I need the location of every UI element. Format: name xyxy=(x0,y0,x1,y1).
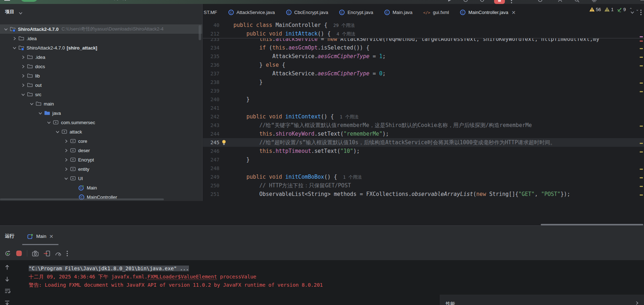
stripe-mark[interactable] xyxy=(640,126,643,127)
chevron-down-icon[interactable] xyxy=(38,111,42,115)
more-vertical-icon[interactable] xyxy=(511,0,512,4)
tree-item-main[interactable]: CMain xyxy=(0,183,202,192)
line-number[interactable]: 246 xyxy=(203,147,219,155)
chevron-right-icon[interactable] xyxy=(64,158,68,162)
line-number[interactable]: 233 xyxy=(203,38,219,43)
error-stripe[interactable] xyxy=(639,21,644,225)
tree-vertical-scrollbar[interactable] xyxy=(199,25,201,40)
code-editor[interactable]: 40public class MainController { 29 个用法21… xyxy=(203,21,644,225)
line-number[interactable]: 237 xyxy=(203,69,219,78)
chevron-right-icon[interactable] xyxy=(21,74,25,78)
tree-item-src[interactable]: src xyxy=(0,90,202,99)
code-line-212[interactable]: 212 public void initAttack() { 4 个用法 xyxy=(203,29,644,38)
chevron-right-icon[interactable] xyxy=(21,65,25,69)
main-menu-icon[interactable] xyxy=(4,0,10,0)
code-line-248[interactable]: 248 xyxy=(203,164,644,173)
tree-item-deser[interactable]: deser xyxy=(0,146,202,155)
line-number[interactable]: 243 xyxy=(203,121,219,130)
close-icon[interactable]: ✕ xyxy=(511,10,516,15)
minimize-icon[interactable] xyxy=(640,0,644,2)
code-line-251[interactable]: 251 ObservableList<String> methods = FXC… xyxy=(203,190,644,198)
stripe-mark[interactable] xyxy=(640,41,643,42)
code-line-242[interactable]: 242 public void initContext() { 1 个用法 xyxy=(203,112,644,121)
line-number[interactable]: 239 xyxy=(203,86,219,95)
arrow-down-icon[interactable] xyxy=(4,276,10,282)
line-number[interactable]: 238 xyxy=(203,78,219,86)
code-line-241[interactable]: 241 xyxy=(203,104,644,112)
code-line-249[interactable]: 249 public void initComBoBox() { 1 个用法 xyxy=(203,173,644,181)
run-tab-main[interactable]: Main ✕ xyxy=(22,229,58,245)
tree-item-shiroattack2-4.7.0[interactable]: ShiroAttack2-4.7.0[shiro_attack] xyxy=(0,43,202,52)
chevron-right-icon[interactable] xyxy=(64,149,68,152)
code-line-238[interactable]: 238 } xyxy=(203,78,644,86)
performance-header[interactable]: 性能 xyxy=(440,295,644,305)
chevron-right-icon[interactable] xyxy=(64,139,68,143)
line-number[interactable]: 251 xyxy=(203,190,219,198)
line-number[interactable]: 248 xyxy=(203,164,219,173)
stripe-mark[interactable] xyxy=(640,48,643,49)
close-icon[interactable]: ✕ xyxy=(49,234,53,239)
code-line-247[interactable]: 247 } xyxy=(203,155,644,164)
line-number[interactable]: 40 xyxy=(203,21,219,29)
code-line-237[interactable]: 237 AttackService.aesGcmCipherType = 0; xyxy=(203,69,644,78)
chevron-right-icon[interactable] xyxy=(21,83,25,87)
code-line-243[interactable]: 243 //给“关键字”输入框设置默认值rememberMe，这是Shiro默认… xyxy=(203,121,644,130)
code-line-40[interactable]: 40public class MainController { 29 个用法 xyxy=(203,21,644,29)
stripe-mark[interactable] xyxy=(640,194,643,196)
profiler-gauge-icon[interactable] xyxy=(55,250,62,256)
attach-icon[interactable] xyxy=(43,250,50,257)
tree-item-core[interactable]: core xyxy=(0,136,202,146)
profiler-icon[interactable] xyxy=(538,0,543,2)
code-line-250[interactable]: 250 // HTTP方法下拉：只保留GET/POST xyxy=(203,181,644,190)
line-number[interactable]: 234 xyxy=(203,43,219,52)
rerun-icon[interactable] xyxy=(4,250,11,257)
tree-item-ui[interactable]: UI xyxy=(0,174,202,183)
stop-icon[interactable] xyxy=(16,250,22,257)
add-user-icon[interactable] xyxy=(558,0,563,2)
code-line-239[interactable]: 239 xyxy=(203,86,644,95)
run-icon[interactable] xyxy=(448,0,452,2)
editor-tab-maincontroller.java[interactable]: CMainController.java✕ xyxy=(454,4,521,21)
code-line-246[interactable]: 246 this.httpTimeout.setText("10"); xyxy=(203,147,644,155)
chevron-down-icon[interactable] xyxy=(47,121,51,125)
stripe-mark[interactable] xyxy=(640,186,643,187)
camera-icon[interactable] xyxy=(32,250,39,257)
console-output[interactable]: "C:\Program Files\Java\jdk1.8.0_201\bin\… xyxy=(29,264,323,289)
chevron-down-icon[interactable] xyxy=(13,46,16,50)
line-number[interactable]: 240 xyxy=(203,95,219,104)
code-line-240[interactable]: 240 } xyxy=(203,95,644,104)
code-line-clipped[interactable]: 233 this.attackService = new AttackServi… xyxy=(203,38,644,43)
line-number[interactable]: 235 xyxy=(203,52,219,61)
chevron-down-icon[interactable] xyxy=(4,27,8,31)
chevron-down-icon[interactable] xyxy=(21,93,25,97)
editor-tab-cbcencrypt.java[interactable]: CCbcEncrypt.java xyxy=(280,4,334,21)
stripe-mark[interactable] xyxy=(640,169,643,170)
stripe-mark[interactable] xyxy=(640,36,643,37)
code-line-235[interactable]: 235 AttackService.aesGcmCipherType = 1; xyxy=(203,52,644,61)
line-number[interactable]: 212 xyxy=(203,29,219,38)
code-line-233[interactable]: 233 this.attackService = new AttackServi… xyxy=(203,38,644,43)
chevron-down-icon[interactable] xyxy=(30,102,34,106)
editor-tab-gui.fxml[interactable]: </>gui.fxml xyxy=(418,4,454,21)
next-problem-chevron-down-icon[interactable]: ⌄︎ xyxy=(636,7,639,12)
line-number[interactable]: 247 xyxy=(203,155,219,164)
settings-icon[interactable] xyxy=(592,0,597,3)
line-number[interactable]: 244 xyxy=(203,130,219,138)
inspections-widget[interactable]: 56 1 9 ⌃︎ ⌄︎ xyxy=(589,5,639,14)
code-line-244[interactable]: 244 this.shiroKeyWord.setText("rememberM… xyxy=(203,130,644,138)
line-number[interactable]: 242 xyxy=(203,112,219,121)
arrow-up-icon[interactable] xyxy=(4,264,10,271)
debug-icon[interactable] xyxy=(480,0,484,2)
stripe-mark[interactable] xyxy=(640,83,643,84)
lightbulb-icon[interactable] xyxy=(222,140,226,146)
more-vertical-icon[interactable] xyxy=(66,250,68,257)
scroll-end-icon[interactable] xyxy=(4,300,10,305)
line-number[interactable]: 250 xyxy=(203,181,219,190)
stripe-mark[interactable] xyxy=(640,177,643,178)
vcs-widget[interactable]: 版本控制 xyxy=(108,0,126,4)
stripe-mark[interactable] xyxy=(640,143,643,144)
line-number[interactable]: 245 xyxy=(203,138,219,147)
project-badge[interactable] xyxy=(21,0,37,2)
stripe-mark[interactable] xyxy=(640,91,643,92)
tree-item-main[interactable]: main xyxy=(0,99,202,108)
